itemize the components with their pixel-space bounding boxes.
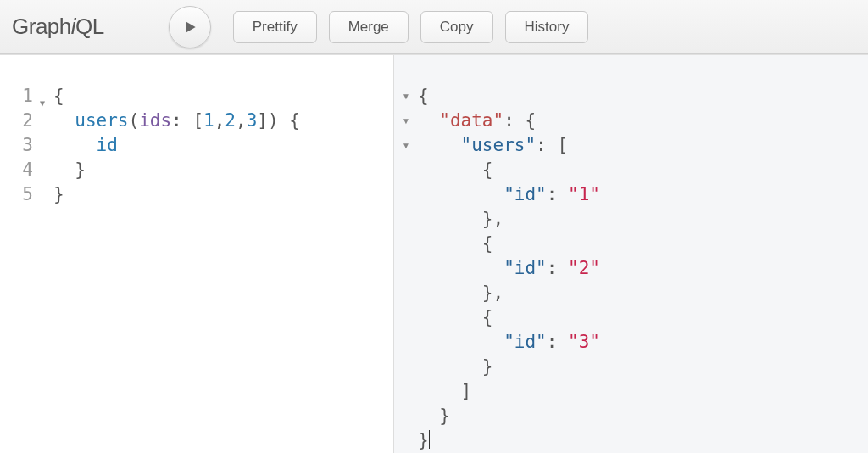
line-number: 2 bbox=[0, 109, 33, 133]
fold-spacer bbox=[394, 232, 418, 256]
toolbar-buttons: Prettify Merge Copy History bbox=[233, 11, 589, 43]
merge-button[interactable]: Merge bbox=[329, 11, 409, 43]
code-line: { bbox=[53, 84, 393, 109]
fold-spacer bbox=[394, 256, 418, 281]
line-number: 4 bbox=[0, 158, 33, 182]
fold-spacer bbox=[394, 379, 418, 404]
text-cursor bbox=[429, 430, 430, 449]
fold-icon[interactable]: ▼ bbox=[40, 91, 45, 115]
result-line: "data": { bbox=[418, 109, 868, 133]
fold-spacer bbox=[394, 207, 418, 232]
result-line: }, bbox=[418, 207, 868, 232]
fold-spacer bbox=[394, 182, 418, 207]
line-number: 5 bbox=[0, 182, 33, 207]
toolbar: GraphiQL Prettify Merge Copy History bbox=[0, 0, 868, 54]
fold-spacer bbox=[394, 305, 418, 330]
line-number: 1▼ bbox=[0, 84, 33, 109]
line-number-gutter: 1▼2345 bbox=[0, 55, 38, 453]
result-pane: ▼▼▼ { "data": { "users": [ { "id": "1" }… bbox=[394, 55, 868, 453]
history-button[interactable]: History bbox=[505, 11, 589, 43]
result-line: "id": "1" bbox=[418, 182, 868, 207]
code-line: } bbox=[53, 182, 393, 207]
prettify-button[interactable]: Prettify bbox=[233, 11, 317, 43]
result-line: { bbox=[418, 305, 868, 330]
copy-button[interactable]: Copy bbox=[420, 11, 493, 43]
fold-icon[interactable]: ▼ bbox=[394, 84, 418, 109]
logo-text-pre: Graph bbox=[12, 14, 71, 39]
result-line: } bbox=[418, 404, 868, 428]
result-line: { bbox=[418, 232, 868, 256]
code-line: id bbox=[53, 133, 393, 158]
fold-icon[interactable]: ▼ bbox=[394, 109, 418, 133]
result-line: }, bbox=[418, 281, 868, 305]
result-code: { "data": { "users": [ { "id": "1" }, { … bbox=[418, 55, 868, 453]
logo-text-post: QL bbox=[75, 14, 104, 39]
code-line: } bbox=[53, 158, 393, 182]
query-editor[interactable]: 1▼2345 { users(ids: [1,2,3]) { id }} bbox=[0, 55, 394, 453]
fold-spacer bbox=[394, 404, 418, 428]
result-line: "id": "2" bbox=[418, 256, 868, 281]
editor-panes: 1▼2345 { users(ids: [1,2,3]) { id }} ▼▼▼… bbox=[0, 54, 868, 453]
result-line: { bbox=[418, 84, 868, 109]
result-line: { bbox=[418, 158, 868, 182]
result-line: "users": [ bbox=[418, 133, 868, 158]
result-line: "id": "3" bbox=[418, 330, 868, 355]
execute-button[interactable] bbox=[169, 6, 211, 48]
line-number: 3 bbox=[0, 133, 33, 158]
code-line: users(ids: [1,2,3]) { bbox=[53, 109, 393, 133]
svg-marker-0 bbox=[186, 21, 196, 32]
fold-spacer bbox=[394, 281, 418, 305]
result-line: } bbox=[418, 355, 868, 379]
fold-spacer bbox=[394, 330, 418, 355]
graphiql-logo: GraphiQL bbox=[12, 14, 104, 40]
result-line: } bbox=[418, 428, 868, 453]
fold-icon[interactable]: ▼ bbox=[394, 133, 418, 158]
result-fold-gutter: ▼▼▼ bbox=[394, 55, 418, 453]
query-code[interactable]: { users(ids: [1,2,3]) { id }} bbox=[38, 55, 393, 453]
fold-spacer bbox=[394, 158, 418, 182]
play-icon bbox=[181, 19, 198, 36]
result-line: ] bbox=[418, 379, 868, 404]
fold-spacer bbox=[394, 355, 418, 379]
